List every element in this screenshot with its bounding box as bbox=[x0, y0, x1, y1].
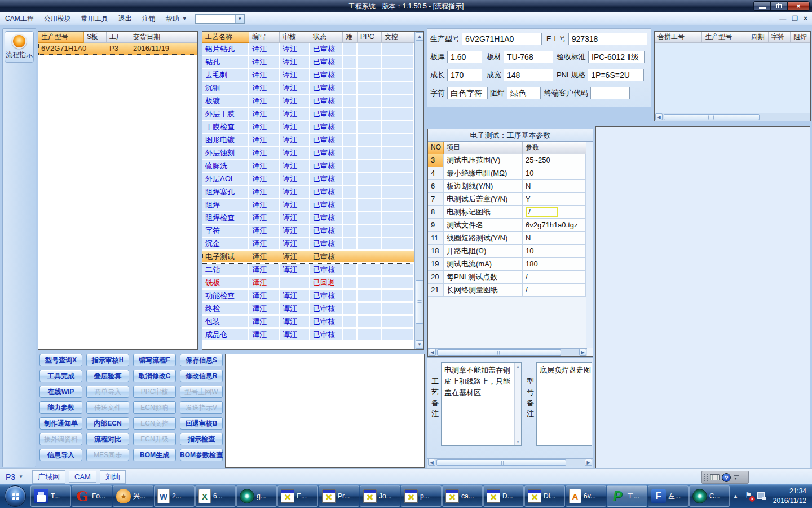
taskbar-item[interactable]: p... bbox=[401, 485, 442, 507]
action-button[interactable]: BOM生成 bbox=[133, 449, 176, 461]
factory-dropdown[interactable]: P3▼ bbox=[6, 472, 23, 481]
scroll-right-icon[interactable]: ▶ bbox=[579, 349, 586, 356]
column-header-sboard[interactable]: S板 bbox=[84, 32, 107, 43]
scroll-left-icon[interactable]: ◀ bbox=[428, 459, 435, 466]
language-bar[interactable]: ? ▼ bbox=[701, 471, 749, 484]
start-button[interactable] bbox=[5, 485, 26, 507]
taskbar-item[interactable]: Di... bbox=[524, 485, 565, 507]
taskbar-item[interactable]: T... bbox=[30, 485, 71, 507]
remark-scrollbar[interactable]: ▲ ▼ bbox=[514, 363, 521, 445]
action-center-flag-icon[interactable] bbox=[745, 492, 753, 501]
drag-handle[interactable] bbox=[704, 473, 708, 482]
table-row[interactable]: 3测试电压范围(V)25~250 bbox=[428, 154, 593, 167]
table-row[interactable]: 20每PNL测试点数/ bbox=[428, 271, 593, 284]
scroll-left-icon[interactable]: ◀ bbox=[655, 113, 663, 120]
action-button[interactable]: 在线WIP bbox=[39, 386, 82, 398]
action-button[interactable]: 指示检查 bbox=[180, 433, 223, 445]
table-row[interactable]: 沉金谭江谭江已审核 bbox=[202, 238, 416, 251]
scroll-up-icon[interactable]: ▲ bbox=[416, 32, 423, 41]
table-row[interactable]: 干膜检查谭江谭江已审核 bbox=[202, 121, 416, 134]
pnl-spec-field[interactable]: 1P=6S=2U bbox=[588, 69, 644, 81]
close-button[interactable]: × bbox=[787, 1, 810, 11]
tray-expand-icon[interactable]: ▲ bbox=[731, 491, 740, 501]
table-row[interactable]: 11线圈短路测试(Y/N)N bbox=[428, 232, 593, 245]
table-row[interactable]: 终检谭江谭江已审核 bbox=[202, 303, 416, 316]
action-button[interactable]: BOM参数检查 bbox=[180, 449, 223, 461]
process-remark-textarea[interactable]: 电测章不能加盖在铜皮上和线路上，只能盖在基材区 ▲ ▼ bbox=[441, 362, 522, 446]
menu-common-tools[interactable]: 常用工具 bbox=[76, 12, 113, 25]
mdi-restore-button[interactable]: ❐ bbox=[792, 15, 798, 23]
action-button[interactable]: 取消修改C bbox=[133, 370, 176, 382]
action-button[interactable]: 保存信息S bbox=[180, 354, 223, 366]
table-row[interactable]: 阻焊检查谭江谭江已审核 bbox=[202, 212, 416, 225]
material-field[interactable]: TU-768 bbox=[504, 51, 553, 63]
action-button[interactable]: 信息导入 bbox=[39, 449, 82, 461]
taskbar-item[interactable]: C... bbox=[689, 485, 730, 507]
taskbar-item[interactable]: 2... bbox=[154, 485, 195, 507]
column-header-ppc[interactable]: PPC bbox=[358, 32, 382, 43]
taskbar-item[interactable]: 左... bbox=[648, 485, 689, 507]
soldermask-field[interactable]: 绿色 bbox=[507, 87, 541, 99]
restore-button[interactable] bbox=[770, 1, 787, 11]
model-field[interactable]: 6V2G71H1A0 bbox=[462, 33, 542, 45]
thickness-field[interactable]: 1.60 bbox=[447, 51, 482, 63]
menu-logout[interactable]: 注销 bbox=[137, 12, 161, 25]
scroll-left-icon[interactable]: ◀ bbox=[429, 349, 436, 356]
column-header-cycle[interactable]: 周期 bbox=[748, 32, 769, 43]
table-row[interactable]: 去毛刺谭江谭江已审核 bbox=[202, 69, 416, 82]
column-header-merge-model[interactable]: 生产型号 bbox=[702, 32, 748, 43]
action-button[interactable]: 叠层验算 bbox=[86, 370, 129, 382]
table-row[interactable]: 8电测标记图纸/ bbox=[428, 206, 593, 219]
width-field[interactable]: 148 bbox=[504, 69, 553, 81]
table-row[interactable]: 铣板谭江已回退 bbox=[202, 277, 416, 290]
table-row[interactable]: 阻焊谭江谭江已审核 bbox=[202, 199, 416, 212]
action-button[interactable]: 工具完成 bbox=[39, 370, 82, 382]
table-row[interactable]: 字符谭江谭江已审核 bbox=[202, 225, 416, 238]
taskbar-item[interactable]: Fo... bbox=[72, 485, 112, 507]
table-row[interactable]: 二钻谭江谭江已审核 bbox=[202, 264, 416, 277]
taskbar-item[interactable]: Pr... bbox=[319, 485, 359, 507]
menu-help[interactable]: 帮助 bbox=[161, 12, 184, 25]
action-button[interactable]: 修改信息R bbox=[180, 370, 223, 382]
scroll-down-icon[interactable]: ▼ bbox=[416, 340, 423, 349]
taskbar-item[interactable]: Jo... bbox=[360, 485, 400, 507]
action-button[interactable]: 回退审核B bbox=[180, 417, 223, 430]
column-header-process[interactable]: 工艺名称 bbox=[202, 32, 249, 43]
column-header-value[interactable]: 参数 bbox=[523, 142, 586, 154]
taskbar-item[interactable]: 6v... bbox=[566, 485, 606, 507]
action-button[interactable]: 内部ECN bbox=[86, 417, 129, 430]
column-header-item[interactable]: 项目 bbox=[444, 142, 523, 154]
merge-table-scrollbar[interactable]: ◀ bbox=[655, 113, 810, 121]
table-row[interactable]: 9测试文件名6v2g71h1a0.tgz bbox=[428, 219, 593, 232]
taskbar-item[interactable]: 工... bbox=[607, 485, 647, 507]
standard-field[interactable]: IPC-6012 Ⅱ级 bbox=[588, 51, 645, 63]
table-row[interactable]: 7电测试后盖章(Y/N)Y bbox=[428, 193, 593, 206]
taskbar-item[interactable]: g... bbox=[236, 485, 277, 507]
tab-wan[interactable]: 广域网 bbox=[32, 470, 65, 484]
ejob-field[interactable]: 927318 bbox=[568, 33, 647, 45]
table-row[interactable]: 图形电镀谭江谭江已审核 bbox=[202, 134, 416, 147]
action-button[interactable]: 编写流程F bbox=[133, 354, 176, 366]
scrollbar-thumb[interactable] bbox=[436, 459, 566, 466]
remarks-scrollbar[interactable]: ◀ ▶ bbox=[427, 458, 593, 466]
action-button[interactable]: 流程对比 bbox=[86, 433, 129, 445]
action-button[interactable]: 指示审核H bbox=[86, 354, 129, 366]
table-row[interactable]: 钻孔谭江谭江已审核 bbox=[202, 56, 416, 69]
tab-user[interactable]: 刘灿 bbox=[100, 470, 126, 484]
taskbar-item[interactable]: ca... bbox=[442, 485, 483, 507]
table-row[interactable]: 包装谭江谭江已审核 bbox=[202, 316, 416, 329]
column-header-merge-job[interactable]: 合拼工号 bbox=[655, 32, 702, 43]
model-remark-textarea[interactable]: 底层负焊盘走图 bbox=[536, 362, 592, 446]
minimize-button[interactable] bbox=[753, 1, 770, 11]
mdi-minimize-button[interactable]: — bbox=[779, 15, 786, 23]
taskbar-item[interactable]: 6... bbox=[195, 485, 236, 507]
taskbar-item[interactable]: D... bbox=[483, 485, 524, 507]
action-button[interactable]: 型号查询X bbox=[39, 354, 82, 366]
table-row[interactable]: 成品仓谭江谭江已审核 bbox=[202, 329, 416, 341]
table-row[interactable]: 板镀谭江谭江已审核 bbox=[202, 95, 416, 108]
clock[interactable]: 21:34 2016/11/12 bbox=[773, 487, 806, 506]
table-row[interactable]: 外层蚀刻谭江谭江已审核 bbox=[202, 147, 416, 160]
taskbar-item[interactable]: E... bbox=[277, 485, 318, 507]
column-header-writer[interactable]: 编写 bbox=[249, 32, 280, 43]
tab-cam[interactable]: CAM bbox=[69, 471, 96, 483]
